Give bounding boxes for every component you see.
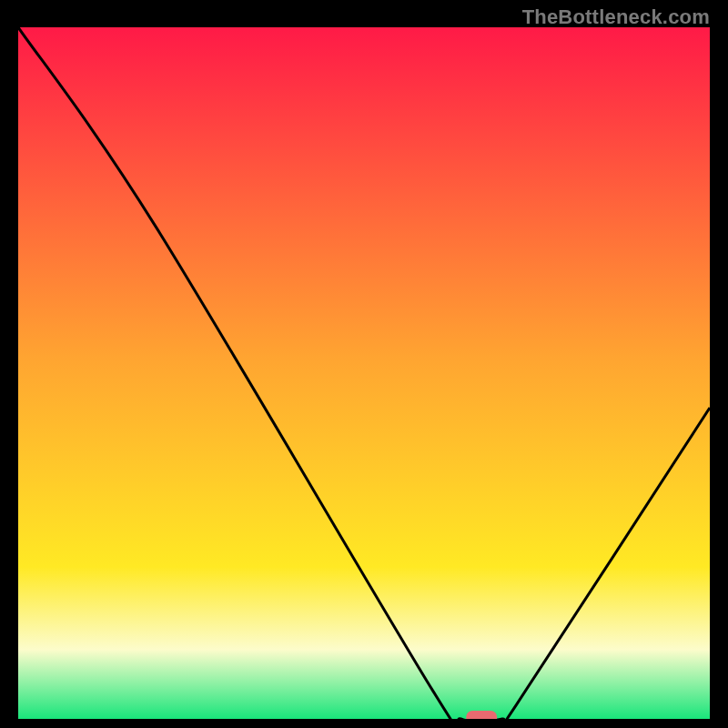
bottleneck-chart [18,27,710,719]
chart-frame [18,27,710,719]
plot-background [18,27,710,719]
watermark-text: TheBottleneck.com [522,5,710,29]
optimum-marker [466,711,497,719]
